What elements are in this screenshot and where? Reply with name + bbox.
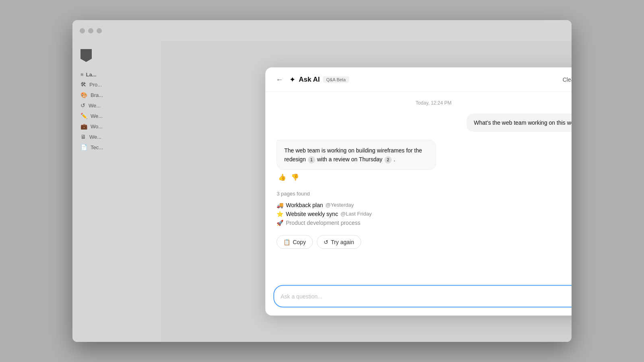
modal-body: Today, 12:24 PM What's the web team work…	[265, 92, 572, 285]
title-bar	[72, 20, 572, 41]
sidebar-item-2[interactable]: ↺ We...	[77, 100, 156, 111]
page-label-1: Website weekly sync	[286, 210, 338, 217]
sidebar-label-0: Pro...	[89, 82, 102, 88]
ai-modal: ← ✦ Ask AI Q&A Beta Clear ✕	[265, 68, 572, 316]
pages-section: 3 pages found 🚚 Workback plan @Yesterday…	[277, 190, 572, 227]
sidebar-icon-6: 📄	[80, 144, 87, 150]
main-content: › ← ✦ Ask AI Q&A Beta Clear ✕	[161, 41, 572, 342]
copy-icon: 📋	[283, 239, 290, 245]
question-input[interactable]	[281, 293, 570, 300]
bookmark-icon	[80, 49, 92, 62]
modal-title: Ask AI	[299, 76, 320, 84]
ai-bubble: The web team is working on building wire…	[277, 140, 436, 170]
copy-button[interactable]: 📋 Copy	[277, 235, 313, 249]
page-emoji-0: 🚚	[277, 202, 283, 208]
sidebar-label-1: Bra...	[91, 92, 103, 98]
traffic-light-close[interactable]	[80, 28, 85, 33]
sidebar-header: ≡ La...	[77, 70, 156, 79]
sidebar-label-4: Wo...	[91, 123, 103, 130]
sidebar-icon-4: 💼	[80, 123, 87, 130]
modal-footer: ↑	[265, 285, 572, 316]
sidebar-item-6[interactable]: 📄 Tec...	[77, 142, 156, 152]
page-emoji-1: ⭐	[277, 210, 283, 217]
page-label-2: Product development process	[286, 219, 360, 226]
sidebar: ≡ La... 🛠 Pro... 🎨 Bra... ↺ We... ✏️	[72, 41, 161, 342]
sidebar-item-3[interactable]: ✏️ We...	[77, 111, 156, 121]
feedback-buttons: 👍 👎	[277, 171, 542, 182]
timestamp: Today, 12:24 PM	[277, 100, 572, 106]
sidebar-item-1[interactable]: 🎨 Bra...	[77, 90, 156, 100]
ai-response-text-3: .	[394, 156, 395, 162]
sidebar-icon-3: ✏️	[80, 113, 87, 119]
refresh-icon: ↺	[324, 239, 328, 245]
sidebar-item-5[interactable]: 🖥 We...	[77, 132, 156, 142]
sidebar-label-3: We...	[91, 113, 103, 119]
sidebar-section-latest: ≡ La... 🛠 Pro... 🎨 Bra... ↺ We... ✏️	[72, 68, 161, 154]
sidebar-icon-5: 🖥	[80, 134, 86, 140]
sidebar-item-4[interactable]: 💼 Wo...	[77, 121, 156, 132]
page-item-0[interactable]: 🚚 Workback plan @Yesterday	[277, 200, 572, 209]
traffic-light-minimize[interactable]	[88, 28, 93, 33]
action-buttons: 📋 Copy ↺ Try again	[277, 235, 572, 249]
ai-response-text-2: with a review on Thursday	[317, 156, 382, 162]
page-emoji-2: 🚀	[277, 219, 283, 226]
sidebar-label-2: We...	[89, 103, 101, 109]
app-body: ≡ La... 🛠 Pro... 🎨 Bra... ↺ We... ✏️	[72, 41, 572, 342]
thumbs-down-button[interactable]: 👎	[289, 171, 301, 182]
sidebar-icon-1: 🎨	[80, 92, 87, 98]
sidebar-item-0[interactable]: 🛠 Pro...	[77, 79, 156, 90]
modal-header: ← ✦ Ask AI Q&A Beta Clear ✕	[265, 68, 572, 92]
page-date-0: @Yesterday	[326, 202, 354, 208]
citation-2: 2	[384, 156, 392, 163]
page-date-1: @Last Friday	[341, 211, 372, 217]
try-again-label: Try again	[331, 239, 354, 245]
sidebar-logo	[72, 46, 161, 68]
user-message: What's the web team working on this week…	[277, 114, 572, 132]
beta-badge: Q&A Beta	[323, 76, 349, 83]
clear-button[interactable]: Clear	[559, 75, 572, 84]
ai-response: The web team is working on building wire…	[277, 140, 572, 183]
sidebar-label-5: We...	[89, 134, 101, 140]
back-button[interactable]: ←	[273, 74, 285, 84]
thumbs-up-button[interactable]: 👍	[277, 171, 288, 182]
pages-count: 3 pages found	[277, 190, 572, 196]
try-again-button[interactable]: ↺ Try again	[317, 235, 361, 249]
page-label-0: Workback plan	[286, 202, 323, 208]
question-input-wrapper: ↑	[273, 285, 572, 308]
page-item-1[interactable]: ⭐ Website weekly sync @Last Friday	[277, 209, 572, 218]
modal-header-actions: Clear ✕	[559, 74, 572, 85]
sidebar-header-label: La...	[86, 72, 97, 78]
sidebar-icon-2: ↺	[80, 102, 85, 109]
copy-label: Copy	[293, 239, 306, 245]
mac-window: ≡ La... 🛠 Pro... 🎨 Bra... ↺ We... ✏️	[72, 20, 572, 342]
citation-1: 1	[308, 156, 315, 163]
sidebar-icon-0: 🛠	[80, 81, 86, 88]
page-item-2[interactable]: 🚀 Product development process	[277, 218, 572, 227]
sidebar-label-6: Tec...	[91, 144, 103, 150]
list-icon: ≡	[80, 72, 84, 78]
user-bubble: What's the web team working on this week…	[466, 114, 572, 132]
modal-title-group: ✦ Ask AI Q&A Beta	[289, 75, 555, 84]
traffic-light-maximize[interactable]	[97, 28, 102, 33]
sparkle-icon: ✦	[289, 75, 295, 84]
